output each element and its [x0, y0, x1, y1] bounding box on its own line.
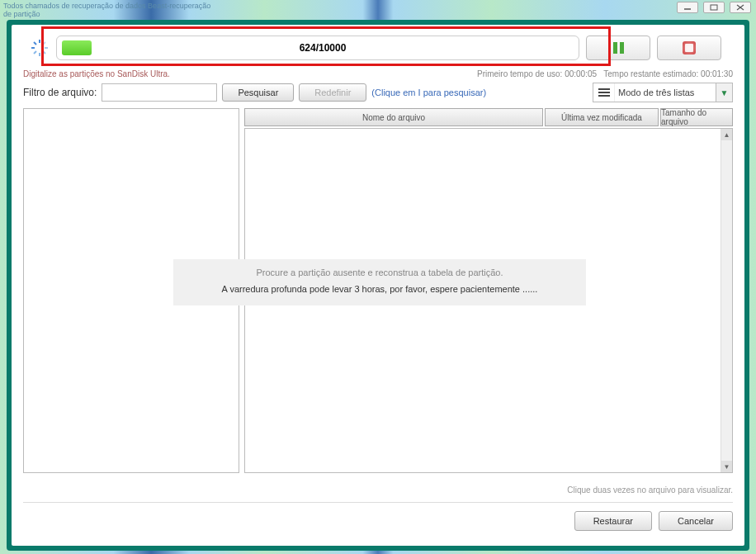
titlebar: Todos chamados de recuperação de dados B…	[0, 0, 756, 20]
restore-button[interactable]: Restaurar	[574, 511, 652, 531]
stop-button[interactable]	[657, 36, 721, 60]
svg-line-11	[43, 42, 45, 45]
column-headers: Nome do arquivo Última vez modificada Ta…	[244, 108, 733, 126]
progress-section: 624/10000	[23, 31, 733, 64]
filter-hint: (Clique em I para pesquisar)	[371, 88, 486, 97]
col-size[interactable]: Tamanho do arquivo	[660, 108, 733, 126]
view-mode-label: Modo de três listas	[615, 88, 716, 97]
svg-line-10	[34, 51, 36, 54]
maximize-button[interactable]	[703, 2, 725, 13]
scan-status: Digitalize as partições no SanDisk Ultra…	[23, 69, 477, 78]
svg-rect-1	[711, 5, 717, 10]
scan-message: Procure a partição ausente e reconstrua …	[173, 259, 586, 305]
cancel-button[interactable]: Cancelar	[659, 511, 733, 531]
message-line1: Procure a partição ausente e reconstrua …	[190, 268, 569, 277]
reset-button[interactable]: Redefinir	[299, 83, 366, 102]
first-use-time: Primeiro tempo de uso: 00:00:05	[477, 69, 597, 78]
main-frame: 624/10000 Digitalize as partições no San…	[7, 20, 749, 551]
pause-button[interactable]	[586, 36, 650, 60]
divider	[23, 502, 733, 503]
list-icon	[593, 83, 615, 102]
filter-label: Filtro de arquivo:	[23, 87, 97, 98]
preview-hint: Clique duas vezes no arquivo para visual…	[567, 485, 733, 495]
message-line2: A varredura profunda pode levar 3 horas,…	[190, 284, 569, 294]
content: 624/10000 Digitalize as partições no San…	[12, 25, 744, 546]
window-controls	[677, 2, 751, 13]
pause-icon	[613, 42, 624, 54]
minimize-button[interactable]	[677, 2, 698, 13]
status-row: Digitalize as partições no SanDisk Ultra…	[23, 69, 733, 78]
stop-icon	[683, 41, 696, 54]
footer-buttons: Restaurar Cancelar	[574, 511, 733, 531]
filter-input[interactable]	[102, 83, 217, 102]
scrollbar[interactable]: ▲ ▼	[721, 129, 732, 472]
svg-line-9	[43, 51, 45, 54]
time-status: Primeiro tempo de uso: 00:00:05 Tempo re…	[477, 69, 733, 78]
remaining-time: Tempo restante estimado: 00:01:30	[603, 69, 733, 78]
svg-line-8	[34, 42, 36, 45]
progress-bar: 624/10000	[56, 36, 579, 60]
search-button[interactable]: Pesquisar	[222, 83, 294, 102]
filter-row: Filtro de arquivo: Pesquisar Redefinir (…	[23, 83, 733, 102]
window-title: Todos chamados de recuperação de dados B…	[3, 2, 218, 18]
progress-text: 624/10000	[62, 42, 584, 54]
spinner-icon	[30, 38, 50, 58]
close-button[interactable]	[730, 2, 751, 13]
chevron-down-icon: ▼	[716, 83, 732, 102]
scroll-down-icon[interactable]: ▼	[721, 461, 732, 472]
scroll-up-icon[interactable]: ▲	[721, 129, 732, 140]
view-mode-dropdown[interactable]: Modo de três listas ▼	[593, 83, 733, 102]
col-modified[interactable]: Última vez modificada	[545, 108, 659, 126]
col-filename[interactable]: Nome do arquivo	[244, 108, 543, 126]
